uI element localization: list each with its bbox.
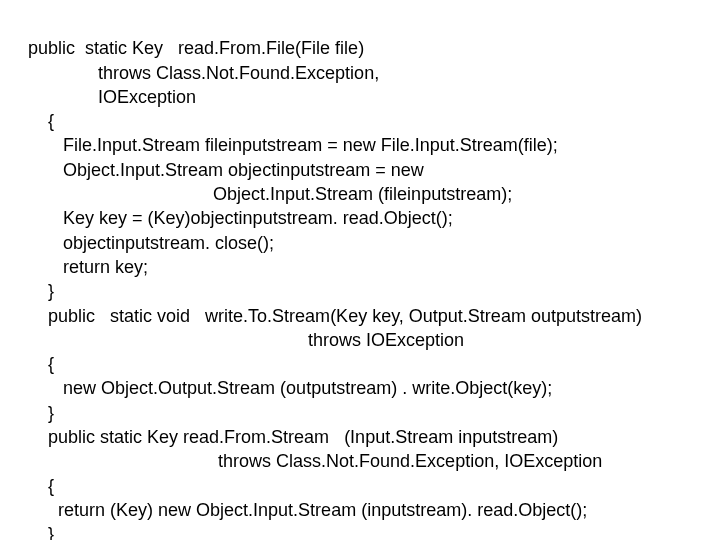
var: objectinputstream — [191, 208, 333, 228]
line-12: public static void write.To.Stream(Key k… — [28, 306, 642, 326]
line-20: return (Key) new Object.Input.Stream (in… — [28, 500, 587, 520]
var: key — [99, 208, 127, 228]
line-2: throws Class.Not.Found.Exception, — [28, 63, 379, 83]
line-16: } — [28, 403, 54, 423]
line-3: IOException — [28, 87, 196, 107]
method-name: read.From.Stream — [183, 427, 344, 447]
code-block: public static Key read.From.File(File fi… — [0, 0, 720, 540]
var: fileinputstream — [205, 135, 322, 155]
method-name: write.To.Stream — [205, 306, 330, 326]
line-4: { — [28, 111, 54, 131]
param: file — [335, 38, 358, 58]
method-name: read.From.File — [178, 38, 295, 58]
line-11: } — [28, 281, 54, 301]
line-5: File.Input.Stream fileinputstream = new … — [28, 135, 558, 155]
line-17: public static Key read.From.Stream (Inpu… — [28, 427, 558, 447]
param: outputstream — [531, 306, 636, 326]
var: objectinputstream — [63, 233, 205, 253]
line-8: Key key = (Key)objectinputstream. read.O… — [28, 208, 453, 228]
line-13: throws IOException — [28, 330, 464, 350]
var: file — [524, 135, 547, 155]
line-18: throws Class.Not.Found.Exception, IOExce… — [28, 451, 602, 471]
var: fileinputstream — [384, 184, 501, 204]
line-19: { — [28, 476, 54, 496]
line-9: objectinputstream. close(); — [28, 233, 274, 253]
method-call: write.Object — [412, 378, 507, 398]
line-1: public static Key read.From.File(File fi… — [28, 38, 364, 58]
line-7: Object.Input.Stream (fileinputstream); — [28, 184, 512, 204]
var: inputstream — [367, 500, 461, 520]
line-15: new Object.Output.Stream (outputstream) … — [28, 378, 552, 398]
var: outputstream — [286, 378, 391, 398]
line-10: return key; — [28, 257, 148, 277]
var: key — [513, 378, 541, 398]
line-21: } — [28, 524, 54, 540]
var: objectinputstream — [228, 160, 370, 180]
line-14: { — [28, 354, 54, 374]
var: key — [115, 257, 143, 277]
param: inputstream — [458, 427, 552, 447]
line-6: Object.Input.Stream objectinputstream = … — [28, 160, 424, 180]
param: key — [372, 306, 399, 326]
